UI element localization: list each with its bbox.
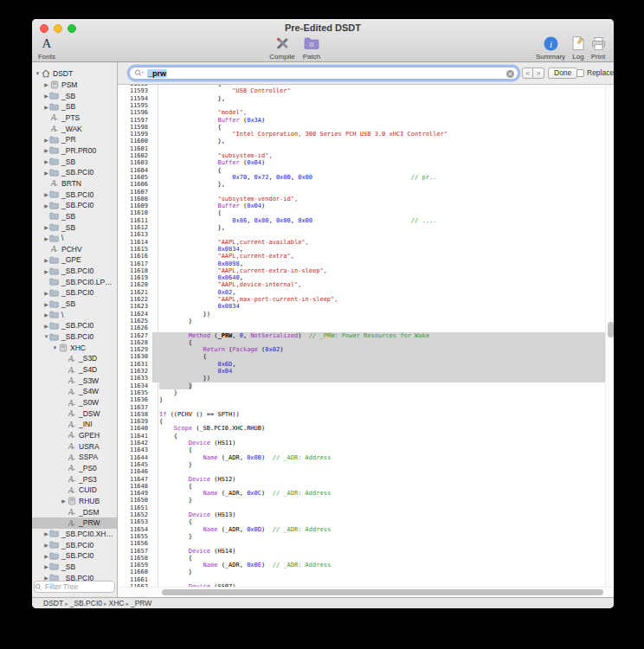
- vertical-scrollbar-thumb[interactable]: [608, 322, 614, 337]
- code-line-11595[interactable]: 11595: [118, 102, 614, 109]
- sidebar-item-gpeh[interactable]: AGPEH: [32, 430, 117, 441]
- disclosure-triangle-icon[interactable]: ▶: [61, 498, 67, 504]
- sidebar-item-_sbpci0xh[interactable]: ▶_SB.PCI0.XH…: [32, 529, 117, 540]
- disclosure-triangle-icon[interactable]: ▼: [52, 345, 58, 350]
- code-line-11656[interactable]: 11656: [118, 540, 614, 547]
- disclosure-triangle-icon[interactable]: ▶: [43, 104, 49, 110]
- code-line-11658[interactable]: 11658 {: [118, 555, 614, 562]
- code-line-11648[interactable]: 11648 {: [118, 483, 614, 490]
- sidebar-item-cuid[interactable]: ACUID: [32, 485, 117, 496]
- sidebar-item-_s0w[interactable]: A_S0W: [32, 397, 117, 408]
- disclosure-triangle-icon[interactable]: ▼: [43, 334, 49, 339]
- code-line-11626[interactable]: 11626: [118, 324, 614, 331]
- clear-search-icon[interactable]: ✕: [506, 70, 514, 78]
- breadcrumb-segment[interactable]: XHC: [109, 599, 125, 607]
- code-line-11624[interactable]: 11624 }): [118, 311, 614, 318]
- summary-button[interactable]: i Summary: [532, 35, 569, 61]
- code-line-11619[interactable]: 11619 0x0640,: [118, 274, 614, 281]
- code-line-11600[interactable]: 11600 },: [118, 138, 614, 145]
- fonts-button[interactable]: A Fonts: [35, 35, 59, 61]
- find-next-button[interactable]: >: [533, 67, 544, 79]
- code-line-11646[interactable]: 11646: [118, 468, 614, 475]
- sidebar-item-_prw[interactable]: A_PRW: [32, 517, 117, 529]
- sidebar-item-_s4w[interactable]: A_S4W: [32, 386, 117, 397]
- code-line-11601[interactable]: 11601: [118, 145, 614, 152]
- sidebar-item-_sb[interactable]: ▶_SB: [32, 222, 117, 233]
- disclosure-triangle-icon[interactable]: ▶: [43, 530, 49, 537]
- code-line-11653[interactable]: 11653 {: [118, 518, 614, 525]
- sidebar-item-_gpe[interactable]: ▶_GPE: [32, 254, 117, 266]
- sidebar-item-_sbpci0[interactable]: ▶_SB.PCI0: [32, 200, 117, 211]
- disclosure-triangle-icon[interactable]: ▶: [43, 147, 49, 153]
- log-button[interactable]: Log: [569, 35, 588, 61]
- disclosure-triangle-icon[interactable]: ▶: [43, 312, 49, 318]
- disclosure-triangle-icon[interactable]: ▶: [43, 170, 49, 176]
- disclosure-triangle-icon[interactable]: ▶: [43, 290, 49, 296]
- sidebar-item-_sb[interactable]: _SB: [32, 211, 117, 222]
- vertical-scrollbar[interactable]: [605, 85, 614, 587]
- code-line-11621[interactable]: 11621 0x02,: [118, 289, 614, 296]
- sidebar-item-_wak[interactable]: A_WAK: [32, 123, 117, 134]
- disclosure-triangle-icon[interactable]: ▶: [43, 257, 49, 263]
- disclosure-triangle-icon[interactable]: ▶: [43, 323, 49, 329]
- code-line-11645[interactable]: 11645 }: [118, 461, 614, 468]
- code-line-11657[interactable]: 11657 Device (HS14): [118, 548, 614, 555]
- sidebar-item-xhc[interactable]: ▼XHC: [32, 342, 117, 353]
- breadcrumb-segment[interactable]: DSDT: [43, 599, 63, 607]
- sidebar-item-_ps3[interactable]: A_PS3: [32, 473, 117, 485]
- disclosure-triangle-icon[interactable]: ▶: [43, 301, 49, 307]
- code-line-11643[interactable]: 11643 {: [118, 447, 614, 453]
- code-line-11640[interactable]: 11640 Scope (_SB.PCI0.XHC.RHUB): [118, 425, 614, 432]
- sidebar-item-_sbpci0[interactable]: ▶_SB.PCI0: [32, 266, 117, 277]
- sidebar-item-_sb[interactable]: ▶_SB: [32, 299, 117, 310]
- code-editor[interactable]: 11592 {11593 "USB Controller"11594 },115…: [118, 85, 614, 597]
- code-line-11637[interactable]: 11637: [118, 404, 614, 411]
- filter-tree-input[interactable]: Filter Tree: [34, 581, 115, 593]
- code-line-11661[interactable]: 11661: [118, 576, 614, 583]
- code-line-11633[interactable]: 11633 }): [118, 375, 614, 382]
- disclosure-triangle-icon[interactable]: ▶: [43, 575, 49, 581]
- sidebar-item-[interactable]: ▶\: [32, 233, 117, 244]
- horizontal-scrollbar-thumb[interactable]: [162, 589, 603, 595]
- disclosure-triangle-icon[interactable]: ▶: [43, 158, 49, 164]
- code-line-11625[interactable]: 11625 }: [118, 318, 614, 324]
- code-line-11604[interactable]: 11604 {: [118, 167, 614, 174]
- code-line-11612[interactable]: 11612 },: [118, 224, 614, 231]
- code-line-11650[interactable]: 11650 }: [118, 497, 614, 504]
- code-line-11620[interactable]: 11620 "AAPL,device-internal",: [118, 281, 614, 288]
- code-line-11636[interactable]: 11636}: [118, 396, 614, 403]
- sidebar-item-_sbpci0[interactable]: ▶_SB.PCI0: [32, 189, 117, 200]
- code-line-11632[interactable]: 11632 0x04: [118, 368, 614, 375]
- code-line-11631[interactable]: 11631 0x6D,: [118, 361, 614, 368]
- code-line-11603[interactable]: 11603 Buffer (0x04): [118, 159, 614, 166]
- code-line-11644[interactable]: 11644 Name (_ADR, 0x0B) // _ADR: Address: [118, 454, 614, 461]
- code-line-11606[interactable]: 11606 },: [118, 181, 614, 188]
- find-previous-button[interactable]: <: [522, 67, 533, 79]
- breadcrumb-segment[interactable]: _SB.PCI0: [70, 599, 102, 607]
- disclosure-triangle-icon[interactable]: ▶: [43, 93, 49, 99]
- code-line-11607[interactable]: 11607: [118, 189, 614, 196]
- code-line-11639[interactable]: 11639{: [118, 418, 614, 425]
- horizontal-scrollbar[interactable]: [118, 587, 614, 597]
- code-line-11602[interactable]: 11602 "subsystem-id",: [118, 152, 614, 159]
- sidebar-item-_prpr00[interactable]: ▶_PR.PR00: [32, 145, 117, 157]
- sidebar-item-dsdt[interactable]: ▼DSDT: [32, 68, 117, 80]
- sidebar-item-_sb[interactable]: ▶_SB: [32, 90, 117, 101]
- sidebar-item-_sbpci0[interactable]: ▶_SB.PCI0: [32, 167, 117, 178]
- code-line-11659[interactable]: 11659 Name (_ADR, 0x0E) // _ADR: Address: [118, 562, 614, 569]
- sidebar-item-[interactable]: ▶\: [32, 309, 117, 320]
- sidebar-item-_sbpci0[interactable]: ▶_SB.PCI0: [32, 539, 117, 550]
- code-line-11642[interactable]: 11642 Device (HS11): [118, 440, 614, 447]
- disclosure-triangle-icon[interactable]: ▶: [43, 542, 49, 548]
- disclosure-triangle-icon[interactable]: ▼: [35, 71, 41, 76]
- code-line-11654[interactable]: 11654 Name (_ADR, 0x0D) // _ADR: Address: [118, 526, 614, 533]
- sidebar-item-brtn[interactable]: ABRTN: [32, 178, 117, 190]
- done-button[interactable]: Done: [548, 67, 577, 79]
- code-line-11628[interactable]: 11628 {: [118, 339, 614, 346]
- sidebar-item-_sb[interactable]: ▶_SB: [32, 101, 117, 112]
- sidebar-item-_pts[interactable]: A_PTS: [32, 112, 117, 124]
- patch-button[interactable]: Patch: [299, 35, 325, 61]
- code-line-11608[interactable]: 11608 "subsystem-vendor-id",: [118, 196, 614, 202]
- code-line-11660[interactable]: 11660 }: [118, 569, 614, 575]
- code-line-11630[interactable]: 11630 {: [118, 353, 614, 360]
